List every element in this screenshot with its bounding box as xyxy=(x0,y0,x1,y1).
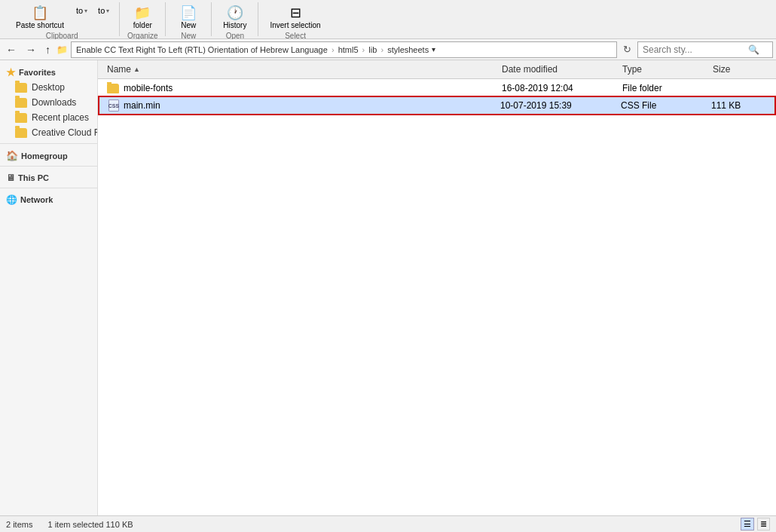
refresh-button[interactable]: ↻ xyxy=(620,42,634,57)
sidebar-divider-3 xyxy=(0,188,97,188)
back-button[interactable]: ← xyxy=(3,42,20,57)
table-row[interactable]: CSS main.min 10-07-2019 15:39 CSS File 1… xyxy=(98,96,776,115)
main-content: ★ Favorites Desktop Downloads Recent pla… xyxy=(0,60,776,515)
new-icon: 📄 xyxy=(180,6,197,20)
this-pc-section-header[interactable]: 🖥 This PC xyxy=(0,170,97,185)
sep3: › xyxy=(380,45,383,54)
address-dropdown-arrow[interactable]: ▾ xyxy=(432,45,435,54)
breadcrumb-folder-icon: 📁 xyxy=(57,44,68,55)
to-button-2[interactable]: to ▾ xyxy=(94,4,113,17)
creative-cloud-folder-icon xyxy=(15,128,27,138)
header-size[interactable]: Size xyxy=(710,63,770,76)
sidebar-item-creative-cloud[interactable]: Creative Cloud Files xyxy=(0,125,97,140)
file-size-cell-1 xyxy=(710,87,770,89)
sort-arrow-name: ▲ xyxy=(133,66,140,73)
sep2: › xyxy=(362,45,365,54)
sidebar-item-creative-cloud-label: Creative Cloud Files xyxy=(32,127,97,138)
file-type-cell-2: CSS File xyxy=(618,99,708,112)
to-button-1[interactable]: to ▾ xyxy=(72,4,91,17)
list-view-button[interactable]: ☰ xyxy=(741,518,754,530)
sidebar-item-desktop-label: Desktop xyxy=(32,82,65,93)
header-date-label: Date modified xyxy=(502,64,558,75)
file-name-cell-2: CSS main.min xyxy=(105,99,497,112)
file-date-cell-2: 10-07-2019 15:39 xyxy=(497,99,618,112)
item-count: 2 items xyxy=(6,520,32,529)
folder-button[interactable]: 📁 folder xyxy=(126,4,159,32)
sidebar-item-recent-label: Recent places xyxy=(32,112,89,123)
file-list-header: Name ▲ Date modified Type Size xyxy=(98,60,776,79)
sidebar-divider-1 xyxy=(0,143,97,144)
to-label-1: to xyxy=(76,6,83,15)
search-box[interactable]: 🔍 xyxy=(637,41,773,58)
new-label: New xyxy=(181,21,196,29)
select-buttons: ⊟ Invert selection xyxy=(264,2,325,32)
header-date[interactable]: Date modified xyxy=(499,63,619,76)
favorites-star-icon: ★ xyxy=(6,66,16,78)
file-name-1: mobile-fonts xyxy=(124,83,173,93)
file-type-cell-1: File folder xyxy=(619,82,710,94)
sidebar-divider-2 xyxy=(0,166,97,167)
history-button[interactable]: 🕐 History xyxy=(218,4,252,32)
favorites-section-header[interactable]: ★ Favorites xyxy=(0,63,97,80)
network-icon: 🌐 xyxy=(6,194,17,205)
sep1: › xyxy=(331,45,335,54)
file-list: mobile-fonts 16-08-2019 12:04 File folde… xyxy=(98,79,776,515)
file-type-1: File folder xyxy=(622,83,662,93)
homegroup-label: Homegroup xyxy=(21,151,68,161)
header-name[interactable]: Name ▲ xyxy=(104,63,499,76)
mobile-fonts-folder-icon xyxy=(107,84,119,93)
header-name-label: Name xyxy=(107,64,131,75)
file-area: Name ▲ Date modified Type Size mobile-fo… xyxy=(98,60,776,515)
network-section-header[interactable]: 🌐 Network xyxy=(0,191,97,206)
organize-section: 📁 folder Organize xyxy=(120,2,166,36)
clipboard-section: 📋 Paste shortcut to ▾ to ▾ Clipboard xyxy=(5,2,120,36)
folder-icon-tb: 📁 xyxy=(134,6,151,20)
selection-info: 1 item selected 110 KB xyxy=(47,520,133,529)
view-buttons: ☰ ≣ xyxy=(741,518,770,530)
dropdown-arrow-2: ▾ xyxy=(106,8,109,14)
folder-label: folder xyxy=(133,21,152,29)
search-input[interactable] xyxy=(643,44,748,55)
file-date-cell-1: 16-08-2019 12:04 xyxy=(499,82,619,94)
favorites-label: Favorites xyxy=(19,68,56,77)
css-file-icon: CSS xyxy=(108,99,119,112)
sidebar-item-desktop[interactable]: Desktop xyxy=(0,80,97,95)
invert-selection-button[interactable]: ⊟ Invert selection xyxy=(264,4,325,32)
homegroup-section-header[interactable]: 🏠 Homegroup xyxy=(0,147,97,163)
status-bar: 2 items 1 item selected 110 KB ☰ ≣ xyxy=(0,515,776,532)
organize-buttons: 📁 folder xyxy=(126,2,159,32)
header-type-label: Type xyxy=(622,64,642,75)
paste-icon: 📋 xyxy=(32,6,48,20)
sidebar-item-downloads[interactable]: Downloads xyxy=(0,95,97,110)
file-name-cell-1: mobile-fonts xyxy=(104,82,499,94)
homegroup-icon: 🏠 xyxy=(6,150,18,161)
sidebar-item-recent-places[interactable]: Recent places xyxy=(0,110,97,125)
address-bar[interactable]: Enable CC Text Right To Left (RTL) Orien… xyxy=(71,41,617,58)
forward-button[interactable]: → xyxy=(23,42,39,57)
to-label-2: to xyxy=(98,6,105,15)
details-view-button[interactable]: ≣ xyxy=(757,518,770,530)
paste-shortcut-button[interactable]: 📋 Paste shortcut xyxy=(11,4,69,32)
toolbar: 📋 Paste shortcut to ▾ to ▾ Clipboard 📁 f… xyxy=(0,0,776,39)
invert-label: Invert selection xyxy=(270,21,320,29)
file-date-2: 10-07-2019 15:39 xyxy=(500,100,572,111)
file-date-1: 16-08-2019 12:04 xyxy=(502,83,573,93)
file-name-2: main.min xyxy=(124,100,160,111)
downloads-folder-icon xyxy=(15,98,27,108)
up-button[interactable]: ↑ xyxy=(42,42,53,57)
search-icon: 🔍 xyxy=(748,44,759,55)
header-type[interactable]: Type xyxy=(619,63,710,76)
table-row[interactable]: mobile-fonts 16-08-2019 12:04 File folde… xyxy=(98,81,776,96)
new-section: 📄 New New xyxy=(166,2,212,36)
clipboard-buttons: 📋 Paste shortcut to ▾ to ▾ xyxy=(11,2,113,32)
open-buttons: 🕐 History xyxy=(218,2,252,32)
desktop-folder-icon xyxy=(15,83,27,93)
file-size-2: 111 KB xyxy=(711,100,741,111)
select-section: ⊟ Invert selection Select xyxy=(258,2,331,36)
open-section: 🕐 History Open xyxy=(212,2,258,36)
file-type-2: CSS File xyxy=(621,100,656,111)
recent-folder-icon xyxy=(15,113,27,123)
new-button[interactable]: 📄 New xyxy=(172,4,205,32)
computer-icon: 🖥 xyxy=(6,173,15,183)
paste-shortcut-label: Paste shortcut xyxy=(16,21,64,29)
